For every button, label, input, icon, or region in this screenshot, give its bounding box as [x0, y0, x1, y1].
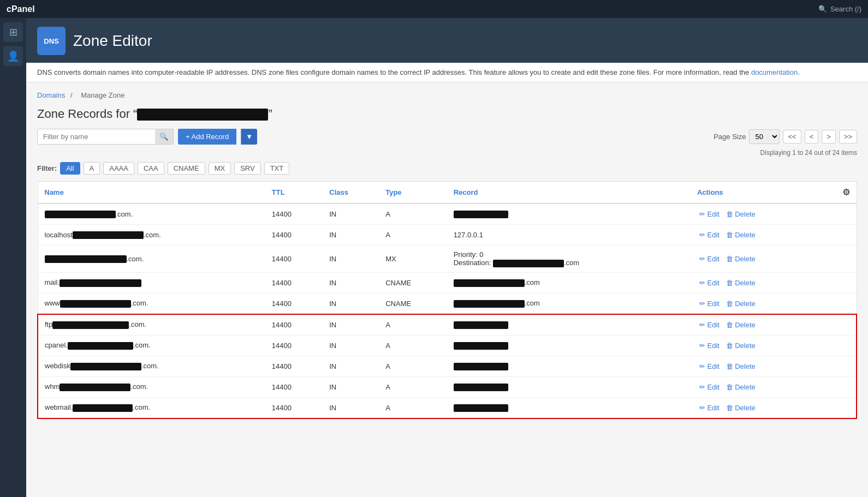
page-first-button[interactable]: << — [783, 130, 801, 143]
col-actions: Actions — [691, 182, 820, 204]
row-class: IN — [323, 203, 379, 225]
delete-button[interactable]: 🗑 Delete — [724, 340, 758, 351]
add-record-button[interactable]: + Add Record — [178, 129, 236, 145]
col-record: Record — [447, 182, 691, 204]
row-ttl: 14400 — [265, 397, 323, 418]
row-name: webdisk.com. — [38, 356, 265, 376]
page-size-select[interactable]: 10 25 50 100 — [749, 129, 780, 144]
filter-bar: Filter: All A AAAA CAA CNAME MX SRV TXT — [37, 162, 857, 175]
top-nav-left: cPanel — [7, 4, 35, 14]
record-redacted — [454, 300, 525, 308]
row-gear — [819, 314, 857, 336]
row-record: .com — [447, 293, 691, 314]
row-ttl: 14400 — [265, 356, 323, 376]
row-type: A — [379, 335, 447, 356]
delete-button[interactable]: 🗑 Delete — [724, 254, 758, 264]
delete-button[interactable]: 🗑 Delete — [724, 361, 758, 372]
documentation-link[interactable]: documentation — [751, 68, 798, 76]
row-record — [447, 397, 691, 418]
records-table: Name TTL Class Type Record Actions ⚙ .co… — [37, 181, 857, 419]
edit-button[interactable]: ✏ Edit — [697, 230, 722, 240]
page-last-button[interactable]: >> — [839, 130, 857, 143]
edit-button[interactable]: ✏ Edit — [697, 209, 722, 219]
row-name: whm.com. — [38, 376, 265, 397]
table-row: mail. 14400 IN CNAME .com ✏ Edit 🗑 Delet… — [38, 272, 857, 293]
row-ttl: 14400 — [265, 314, 323, 336]
filter-txt-button[interactable]: TXT — [264, 162, 290, 175]
edit-button[interactable]: ✏ Edit — [697, 382, 722, 392]
zone-title-prefix: Zone Records for “ — [37, 107, 137, 121]
record-redacted — [493, 260, 564, 267]
filter-cname-button[interactable]: CNAME — [168, 162, 205, 175]
filter-srv-button[interactable]: SRV — [234, 162, 261, 175]
search-area[interactable]: 🔍 Search (/) — [818, 5, 861, 13]
table-row: webmail..com. 14400 IN A ✏ Edit 🗑 Delete — [38, 397, 857, 418]
toolbar-right: Page Size 10 25 50 100 << < > >> — [714, 129, 857, 144]
top-nav: cPanel 🔍 Search (/) — [0, 0, 868, 18]
edit-button[interactable]: ✏ Edit — [697, 298, 722, 309]
sidebar-grid-icon[interactable]: ⊞ — [3, 22, 23, 42]
row-class: IN — [323, 272, 379, 293]
edit-button[interactable]: ✏ Edit — [697, 361, 722, 372]
row-name: webmail..com. — [38, 397, 265, 418]
filter-input[interactable] — [37, 129, 174, 145]
record-redacted — [454, 342, 508, 350]
row-type: CNAME — [379, 272, 447, 293]
filter-aaaa-button[interactable]: AAAA — [103, 162, 134, 175]
row-gear — [819, 293, 857, 314]
breadcrumb-parent[interactable]: Domains — [37, 91, 65, 99]
page-title: Zone Editor — [73, 32, 152, 50]
edit-button[interactable]: ✏ Edit — [697, 403, 722, 413]
row-name: localhost.com. — [38, 225, 265, 245]
delete-button[interactable]: 🗑 Delete — [724, 403, 758, 413]
col-class: Class — [323, 182, 379, 204]
table-row: .com. 14400 IN MX Priority: 0Destination… — [38, 245, 857, 273]
domain-name-redacted — [137, 109, 268, 121]
filter-label: Filter: — [37, 164, 57, 172]
delete-button[interactable]: 🗑 Delete — [724, 230, 758, 240]
record-redacted — [454, 321, 508, 329]
filter-search-button[interactable]: 🔍 — [155, 129, 174, 145]
edit-button[interactable]: ✏ Edit — [697, 254, 722, 264]
row-ttl: 14400 — [265, 272, 323, 293]
edit-button[interactable]: ✏ Edit — [697, 340, 722, 351]
table-row: cpanel..com. 14400 IN A ✏ Edit 🗑 Delete — [38, 335, 857, 356]
dns-icon: DNS — [37, 27, 66, 55]
toolbar: 🔍 + Add Record ▼ Page Size 10 25 50 100 … — [37, 129, 857, 145]
name-redacted — [70, 363, 141, 370]
page-next-button[interactable]: > — [822, 130, 836, 143]
edit-button[interactable]: ✏ Edit — [697, 278, 722, 288]
delete-button[interactable]: 🗑 Delete — [724, 382, 758, 392]
row-ttl: 14400 — [265, 203, 323, 225]
name-redacted — [45, 255, 127, 263]
delete-button[interactable]: 🗑 Delete — [724, 278, 758, 288]
row-gear — [819, 225, 857, 245]
delete-button[interactable]: 🗑 Delete — [724, 209, 758, 219]
row-gear — [819, 376, 857, 397]
edit-button[interactable]: ✏ Edit — [697, 320, 722, 330]
sidebar-user-icon[interactable]: 👤 — [3, 46, 23, 66]
table-row: webdisk.com. 14400 IN A ✏ Edit 🗑 Delete — [38, 356, 857, 376]
add-record-dropdown-button[interactable]: ▼ — [241, 129, 257, 145]
delete-button[interactable]: 🗑 Delete — [724, 298, 758, 309]
displaying-text: Displaying 1 to 24 out of 24 items — [37, 149, 857, 157]
filter-caa-button[interactable]: CAA — [138, 162, 164, 175]
filter-mx-button[interactable]: MX — [209, 162, 231, 175]
gear-icon[interactable]: ⚙ — [842, 188, 850, 197]
name-redacted — [73, 404, 133, 412]
row-actions: ✏ Edit 🗑 Delete — [691, 397, 820, 418]
page-prev-button[interactable]: < — [805, 130, 819, 143]
row-actions: ✏ Edit 🗑 Delete — [691, 376, 820, 397]
search-label: Search (/) — [830, 5, 861, 13]
filter-all-button[interactable]: All — [60, 162, 80, 175]
row-class: IN — [323, 225, 379, 245]
name-redacted — [68, 342, 133, 350]
description-bar: DNS converts domain names into computer-… — [26, 63, 868, 82]
col-gear[interactable]: ⚙ — [819, 182, 857, 204]
filter-a-button[interactable]: A — [84, 162, 100, 175]
page-header: DNS Zone Editor — [26, 18, 868, 63]
delete-button[interactable]: 🗑 Delete — [724, 320, 758, 330]
row-gear — [819, 272, 857, 293]
row-name: www.com. — [38, 293, 265, 314]
row-gear — [819, 335, 857, 356]
